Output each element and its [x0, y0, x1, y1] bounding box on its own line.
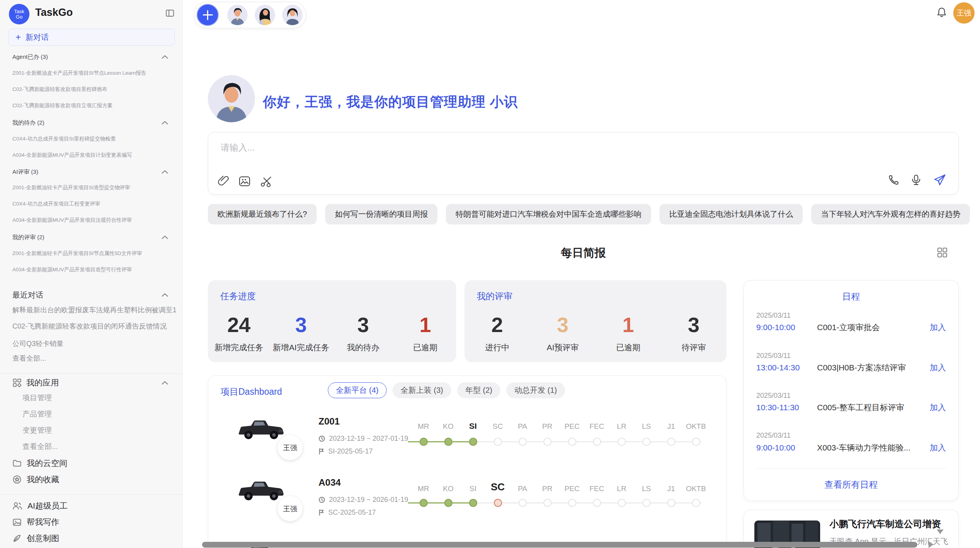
join-link[interactable]: 加入 [930, 322, 946, 333]
event-time: 13:00-14:30 [756, 363, 817, 372]
avatar-agent-1[interactable] [227, 5, 248, 25]
event-date: 2025/03/11 [756, 432, 791, 440]
microphone-icon[interactable] [910, 174, 922, 186]
avatar-agent-2[interactable] [255, 5, 275, 25]
metric: 3 AI预评审 [530, 313, 595, 353]
people-icon [12, 502, 22, 510]
chevron-up-icon[interactable] [161, 120, 168, 125]
clock-icon [319, 497, 325, 503]
project-name[interactable]: Z001 [319, 416, 340, 427]
suggestion-chip[interactable]: 当下年轻人对汽车外观有怎样的喜好趋势 [811, 204, 970, 224]
sidebar-item-cloud-space[interactable]: 我的云空间 [12, 458, 67, 469]
schedule-event: 9:00-10:00 C001-立项审批会 加入 [756, 322, 946, 333]
event-time: 10:30-11:30 [756, 403, 817, 412]
sidebar-item[interactable]: Z001-全新燃油轻卡产品开发项目SI节点属性5D文件评审 [12, 250, 176, 257]
flag-text: SC-2025-05-17 [328, 509, 376, 517]
milestone-dot [667, 438, 675, 446]
view-all-schedule-link[interactable]: 查看所有日程 [744, 479, 958, 491]
chat-input[interactable] [220, 141, 802, 170]
tab-new-body[interactable]: 全新上装 (3) [392, 382, 451, 398]
join-link[interactable]: 加入 [930, 362, 946, 373]
sidebar-item-ai-employee[interactable]: AI超级员工 [12, 500, 68, 511]
section-header-my-todo[interactable]: 我的待办 (2) [12, 119, 168, 127]
chevron-up-icon[interactable] [161, 380, 168, 385]
apps-view-all[interactable]: 查看全部... [22, 442, 176, 451]
sidebar-collapse-icon[interactable] [165, 9, 175, 18]
sidebar-item[interactable]: A034-全新新能源MUV产品开发项目法规符合性评审 [12, 217, 176, 224]
avatar-agent-3[interactable] [282, 5, 303, 25]
sidebar-item[interactable]: Z001-全新燃油皮卡产品开发项目SI节点Lesson Learn报告 [12, 70, 176, 77]
insert-image-icon[interactable] [238, 176, 251, 187]
metric-label: 待评审 [661, 342, 726, 353]
chevron-up-icon[interactable] [161, 235, 168, 240]
project-name[interactable]: A034 [319, 477, 341, 488]
sidebar-item[interactable]: C0X4-动力总成开发项目SI里程碑提交物检查 [12, 135, 176, 142]
notification-bell-icon[interactable] [936, 7, 947, 19]
suggestion-chip[interactable]: 欧洲新规最近颁布了什么? [208, 204, 317, 224]
metric: 1 已逾期 [394, 313, 457, 353]
join-link[interactable]: 加入 [930, 442, 946, 453]
item-label: AI超级员工 [27, 500, 68, 511]
chevron-up-icon[interactable] [161, 293, 168, 297]
metric-label: AI预评审 [530, 342, 595, 353]
sidebar-item[interactable]: C02-飞腾新能源轻客改款项目里程碑画布 [12, 86, 176, 93]
milestone-dot [543, 438, 552, 446]
scroll-down-arrow-icon[interactable] [937, 529, 944, 534]
metric: 3 我的待办 [332, 313, 394, 353]
recent-chat-item[interactable]: C02-飞腾新能源轻客改款项目的闭环通告反馈情况 [12, 322, 176, 331]
tab-powertrain[interactable]: 动总开发 (1) [506, 382, 565, 398]
send-icon[interactable] [933, 173, 947, 187]
tab-model-year[interactable]: 年型 (2) [457, 382, 500, 398]
app-item-product-mgmt[interactable]: 产品管理 [22, 409, 176, 419]
milestone-dot [593, 499, 601, 507]
scroll-right-arrow-icon[interactable] [929, 541, 934, 548]
sidebar-item[interactable]: A034-全新新能源MUV产品开发项目计划变更表编写 [12, 152, 176, 159]
metric-value: 2 [464, 313, 530, 336]
sidebar-item[interactable]: A034-全新新能源MUV产品开发项目造型可行性评审 [12, 266, 176, 273]
recent-view-all[interactable]: 查看全部... [12, 354, 176, 363]
sidebar-item-favorites[interactable]: 我的收藏 [12, 474, 59, 485]
section-header-my-apps[interactable]: 我的应用 [12, 377, 168, 388]
app-item-change-mgmt[interactable]: 变更管理 [22, 425, 176, 435]
sidebar-item-help-write[interactable]: 帮我写作 [12, 517, 59, 527]
suggestion-chip[interactable]: 如何写一份清晰的项目周报 [325, 204, 437, 224]
user-avatar[interactable]: 王强 [953, 2, 975, 24]
join-link[interactable]: 加入 [930, 402, 946, 413]
chevron-up-icon[interactable] [161, 55, 168, 59]
section-title: 最近对话 [12, 290, 43, 300]
sidebar-item[interactable]: Z001-全新燃油轻卡产品开发项目SI造型提交物评审 [12, 184, 176, 191]
section-header-recent-chats[interactable]: 最近对话 [12, 290, 168, 300]
voice-call-icon[interactable] [888, 174, 899, 186]
suggestion-chip[interactable]: 比亚迪全固态电池计划具体说了什么 [660, 204, 803, 224]
chevron-up-icon[interactable] [161, 170, 168, 174]
apps-grid-icon [12, 378, 22, 387]
app-item-project-mgmt[interactable]: 项目管理 [22, 393, 176, 402]
my-review-card: 我的评审 2 进行中 3 AI预评审 1 已逾期 3 待评审 [464, 280, 726, 362]
section-header-ai-review[interactable]: AI评审 (3) [12, 168, 168, 176]
new-chat-button[interactable]: + 新对话 [8, 29, 175, 46]
sidebar-item[interactable]: C0X4-动力总成开发项目工程变更评审 [12, 200, 176, 207]
section-title: AI评审 (3) [12, 168, 38, 176]
screenshot-scissors-icon[interactable] [260, 175, 272, 187]
recent-chat-item[interactable]: 公司Q3轻卡销量 [12, 339, 176, 348]
section-header-agent-done[interactable]: Agent已办 (3) [12, 53, 168, 61]
recent-chat-item[interactable]: 解释最新出台的欧盟报废车法规再生塑料比例被调至15%... [12, 305, 176, 315]
milestone-dot [642, 499, 651, 507]
add-agent-button[interactable] [197, 5, 218, 25]
star-badge-icon [12, 475, 22, 484]
layout-grid-icon[interactable] [937, 247, 947, 258]
milestone-dot-done [469, 438, 477, 446]
metric-value: 3 [270, 313, 332, 336]
section-header-my-review[interactable]: 我的评审 (2) [12, 233, 168, 241]
tab-new-platform[interactable]: 全新平台 (4) [328, 382, 387, 398]
news-title: 小鹏飞行汽车制造公司增资 [829, 518, 941, 530]
plus-icon: + [15, 33, 21, 41]
sidebar-item[interactable]: C02-飞腾新能源轻客改款项目立项汇报方案 [12, 102, 176, 109]
sidebar-item-creative-draw[interactable]: 创意制图 [12, 533, 59, 544]
new-chat-label: 新对话 [26, 32, 49, 43]
metric-value: 3 [530, 313, 595, 336]
metric: 3 待评审 [661, 313, 726, 353]
horizontal-scrollbar-thumb[interactable] [202, 542, 917, 548]
suggestion-chip[interactable]: 特朗普可能对进口汽车增税会对中国车企造成哪些影响 [446, 204, 651, 224]
attach-file-icon[interactable] [218, 175, 229, 187]
